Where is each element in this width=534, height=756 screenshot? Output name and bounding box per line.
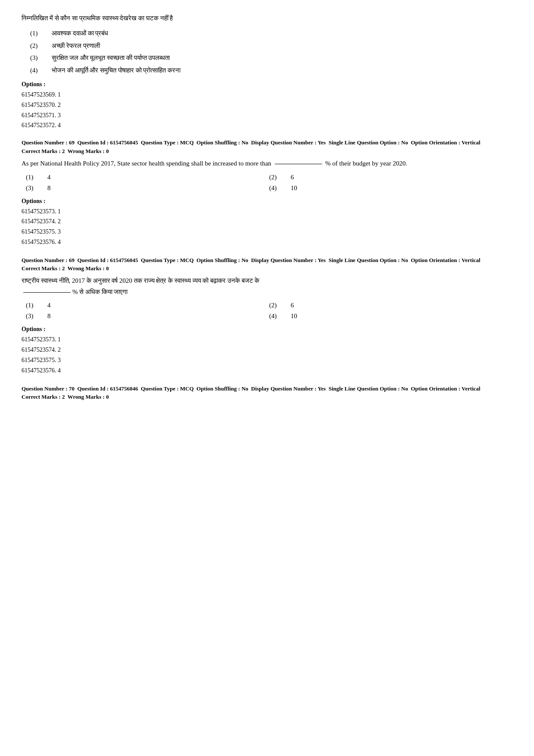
meta-info-70: Question Number : 70 Question Id : 61547…: [22, 384, 512, 393]
answer-69-h-4: 61547523576. 4: [22, 366, 512, 376]
grid-option-69-e-3: (3) 8: [26, 184, 269, 192]
question-68-hindi: निम्नलिखित में से कौन सा प्राथमिक स्वास्…: [22, 13, 512, 131]
option-68-2: (2) अच्छी रेफरल प्रणाली: [30, 41, 512, 51]
grid-options-69-english: (1) 4 (2) 6 (3) 8 (4) 10: [26, 174, 512, 192]
grid-option-69-h-4: (4) 10: [269, 312, 512, 320]
options-list-68: (1) आवश्यक दवाओं का प्रबंध (2) अच्छी रेफ…: [30, 28, 512, 75]
meta-info-69-hindi: Question Number : 69 Question Id : 61547…: [22, 256, 512, 265]
grid-option-69-h-2: (2) 6: [269, 302, 512, 309]
answer-68-4: 61547523572. 4: [22, 120, 512, 131]
grid-options-69-hindi: (1) 4 (2) 6 (3) 8 (4) 10: [26, 302, 512, 320]
question-text-68: निम्नलिखित में से कौन सा प्राथमिक स्वास्…: [22, 13, 512, 23]
question-69-hindi: Question Number : 69 Question Id : 61547…: [22, 256, 512, 376]
options-label-69-english: Options :: [22, 198, 512, 205]
options-label-69-hindi: Options :: [22, 326, 512, 333]
option-68-3: (3) सुरक्षित जल और मूलभूत स्वच्छता की पर…: [30, 53, 512, 63]
answer-69-h-2: 61547523574. 2: [22, 345, 512, 355]
question-69-english: Question Number : 69 Question Id : 61547…: [22, 138, 512, 247]
answer-69-e-1: 61547523573. 1: [22, 206, 512, 217]
answer-68-1: 61547523569. 1: [22, 90, 512, 100]
grid-option-69-h-1: (1) 4: [26, 302, 269, 309]
options-label-68: Options :: [22, 81, 512, 88]
answer-68-3: 61547523571. 3: [22, 110, 512, 121]
meta-info-69-english: Question Number : 69 Question Id : 61547…: [22, 138, 512, 147]
grid-option-69-e-1: (1) 4: [26, 174, 269, 181]
grid-option-69-e-2: (2) 6: [269, 174, 512, 181]
answer-69-e-3: 61547523575. 3: [22, 227, 512, 237]
grid-option-69-e-4: (4) 10: [269, 184, 512, 192]
blank-69-hindi: [23, 292, 71, 293]
question-text-69-english: As per National Health Policy 2017, Stat…: [22, 158, 512, 169]
answer-69-e-4: 61547523576. 4: [22, 237, 512, 247]
correct-marks-69-hindi: Correct Marks : 2 Wrong Marks : 0: [22, 265, 512, 272]
answer-68-2: 61547523570. 2: [22, 100, 512, 110]
option-68-1: (1) आवश्यक दवाओं का प्रबंध: [30, 28, 512, 38]
answer-69-h-1: 61547523573. 1: [22, 334, 512, 345]
answer-69-e-2: 61547523574. 2: [22, 216, 512, 227]
grid-option-69-h-3: (3) 8: [26, 312, 269, 320]
answer-69-h-3: 61547523575. 3: [22, 355, 512, 366]
question-text-69-hindi: राष्ट्रीय स्वास्थ्य नीति, 2017 के अनुसार…: [22, 275, 512, 297]
blank-69-english: [275, 164, 322, 164]
correct-marks-69-english: Correct Marks : 2 Wrong Marks : 0: [22, 148, 512, 155]
question-70-meta: Question Number : 70 Question Id : 61547…: [22, 384, 512, 401]
option-68-4: (4) भोजन की आपूर्ति और समुचित पोषाहार को…: [30, 66, 512, 75]
correct-marks-70: Correct Marks : 2 Wrong Marks : 0: [22, 394, 512, 400]
